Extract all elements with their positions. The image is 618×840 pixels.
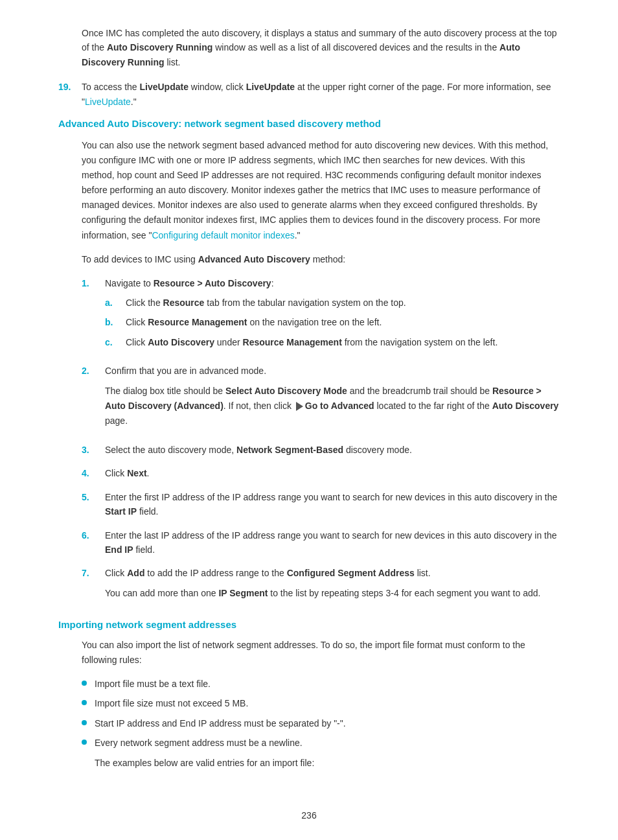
step-7: 7. Click Add to add the IP address range… bbox=[82, 566, 560, 605]
arrow-icon bbox=[296, 402, 303, 411]
step-1c: c. Click Auto Discovery under Resource M… bbox=[105, 335, 560, 349]
step-19-content: To access the LiveUpdate window, click L… bbox=[82, 80, 560, 109]
step-1: 1. Navigate to Resource > Auto Discovery… bbox=[82, 276, 560, 355]
section1-body1-link[interactable]: Configuring default monitor indexes bbox=[152, 230, 294, 240]
examples-label: The examples below are valid entries for… bbox=[95, 756, 314, 771]
bullet-dot-2 bbox=[82, 700, 87, 705]
step-1-bold: Resource > Auto Discovery bbox=[154, 278, 271, 288]
section1-heading: Advanced Auto Discovery: network segment… bbox=[58, 118, 560, 129]
step-1-num: 1. bbox=[82, 276, 105, 355]
step-6: 6. Enter the last IP address of the IP a… bbox=[82, 528, 560, 557]
step-7-note: You can add more than one IP Segment to … bbox=[105, 586, 560, 601]
step-1-content: Navigate to Resource > Auto Discovery: a… bbox=[105, 276, 560, 355]
intro-text-3: list. bbox=[165, 57, 181, 67]
step-5-content: Enter the first IP address of the IP add… bbox=[105, 490, 560, 519]
step-1b-content: Click Resource Management on the navigat… bbox=[126, 315, 560, 329]
step-19-end: ." bbox=[131, 97, 137, 107]
intro-paragraph: Once IMC has completed the auto discover… bbox=[82, 26, 560, 69]
section1-body2: To add devices to IMC using Advanced Aut… bbox=[82, 252, 560, 267]
step-2-note: The dialog box title should be Select Au… bbox=[105, 384, 560, 428]
step-7-num: 7. bbox=[82, 566, 105, 605]
step-4: 4. Click Next. bbox=[82, 466, 560, 480]
section1-body1-end: ." bbox=[295, 230, 301, 240]
bullet-dot-4 bbox=[82, 740, 87, 745]
step-7-content: Click Add to add the IP address range to… bbox=[105, 566, 560, 605]
step-3-num: 3. bbox=[82, 443, 105, 457]
step-1-subitems: a. Click the Resource tab from the tabul… bbox=[105, 296, 560, 349]
bullet-item-4: Every network segment address must be a … bbox=[82, 736, 560, 775]
page: Once IMC has completed the auto discover… bbox=[0, 0, 618, 840]
step-3: 3. Select the auto discovery mode, Netwo… bbox=[82, 443, 560, 457]
bullet-dot-1 bbox=[82, 681, 87, 686]
bullet-text-1: Import file must be a text file. bbox=[95, 677, 211, 691]
step-19-pre: To access the bbox=[82, 82, 140, 92]
step-1b-alpha: b. bbox=[105, 315, 126, 329]
step-6-num: 6. bbox=[82, 528, 105, 557]
section1-body1: You can also use the network segment bas… bbox=[82, 138, 560, 243]
page-number: 236 bbox=[0, 810, 618, 821]
step-1-post: : bbox=[271, 278, 274, 288]
step-1a-content: Click the Resource tab from the tabular … bbox=[126, 296, 560, 310]
step-2-num: 2. bbox=[82, 364, 105, 434]
step-3-content: Select the auto discovery mode, Network … bbox=[105, 443, 560, 457]
step-1-pre: Navigate to bbox=[105, 278, 154, 288]
bullet-dot-3 bbox=[82, 720, 87, 725]
step-2: 2. Confirm that you are in advanced mode… bbox=[82, 364, 560, 434]
step-2-text: Confirm that you are in advanced mode. bbox=[105, 366, 266, 376]
step-19-bold2: LiveUpdate bbox=[246, 82, 295, 92]
step-6-content: Enter the last IP address of the IP addr… bbox=[105, 528, 560, 557]
step-2-content: Confirm that you are in advanced mode. T… bbox=[105, 364, 560, 434]
step-1b: b. Click Resource Management on the navi… bbox=[105, 315, 560, 329]
bullet-text-3: Start IP address and End IP address must… bbox=[95, 716, 346, 730]
bullet-text-2: Import file size must not exceed 5 MB. bbox=[95, 696, 248, 710]
step-4-num: 4. bbox=[82, 466, 105, 480]
section2-heading: Importing network segment addresses bbox=[58, 619, 560, 630]
step-5-num: 5. bbox=[82, 490, 105, 519]
intro-text-2: window as well as a list of all discover… bbox=[212, 42, 499, 52]
intro-bold-1: Auto Discovery Running bbox=[107, 42, 212, 52]
bullet-item-1: Import file must be a text file. bbox=[82, 677, 560, 691]
step-19-num: 19. bbox=[58, 80, 82, 109]
step-4-content: Click Next. bbox=[105, 466, 560, 480]
step-1a-alpha: a. bbox=[105, 296, 126, 310]
section1-body2-bold: Advanced Auto Discovery bbox=[198, 254, 310, 264]
step-19: 19. To access the LiveUpdate window, cli… bbox=[58, 80, 560, 109]
bullet-item-3: Start IP address and End IP address must… bbox=[82, 716, 560, 730]
step-1c-alpha: c. bbox=[105, 335, 126, 349]
section2-body1: You can also import the list of network … bbox=[82, 638, 560, 668]
section1-body2-pre: To add devices to IMC using bbox=[82, 254, 198, 264]
step-19-mid: window, click bbox=[189, 82, 246, 92]
section1-body1-text: You can also use the network segment bas… bbox=[82, 140, 548, 240]
bullet-item-2: Import file size must not exceed 5 MB. bbox=[82, 696, 560, 710]
step-1a: a. Click the Resource tab from the tabul… bbox=[105, 296, 560, 310]
bullet-text-4-block: Every network segment address must be a … bbox=[95, 736, 314, 775]
section1-body2-post: method: bbox=[310, 254, 345, 264]
step-19-bold1: LiveUpdate bbox=[140, 82, 189, 92]
step-1c-content: Click Auto Discovery under Resource Mana… bbox=[126, 335, 560, 349]
step-19-link[interactable]: LiveUpdate bbox=[85, 97, 131, 107]
bullet-text-4: Every network segment address must be a … bbox=[95, 738, 303, 748]
step-5: 5. Enter the first IP address of the IP … bbox=[82, 490, 560, 519]
bullet-list: Import file must be a text file. Import … bbox=[82, 677, 560, 776]
